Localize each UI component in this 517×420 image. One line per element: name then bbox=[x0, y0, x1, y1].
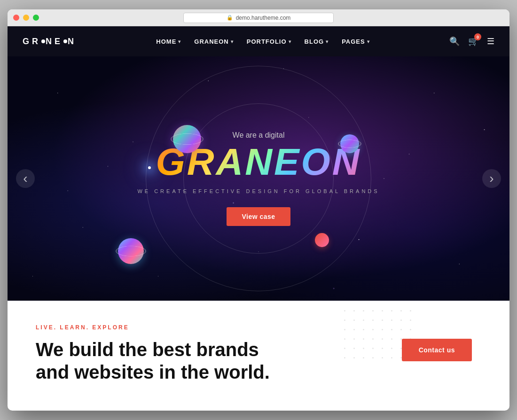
chevron-down-icon: ▾ bbox=[178, 39, 181, 44]
dot-grid-dot bbox=[363, 329, 364, 330]
planet-bottom-left bbox=[118, 238, 144, 264]
chevron-down-icon: ▾ bbox=[289, 39, 291, 44]
dot-grid-dot bbox=[363, 338, 364, 340]
search-icon[interactable]: 🔍 bbox=[449, 36, 460, 47]
nav-menu: HOME ▾ GRANEON ▾ PORTFOLIO ▾ BLOG ▾ PAGE… bbox=[156, 38, 369, 45]
contact-us-button[interactable]: Contact us bbox=[402, 339, 472, 361]
nav-item-blog[interactable]: BLOG ▾ bbox=[305, 38, 329, 45]
nav-item-graneon[interactable]: GRANEON ▾ bbox=[194, 38, 233, 45]
dot-grid-dot bbox=[363, 310, 364, 311]
dot-grid-dot bbox=[410, 319, 411, 321]
dot-grid-dot bbox=[372, 357, 374, 358]
minimize-button[interactable] bbox=[23, 15, 29, 21]
dot-grid-dot bbox=[344, 310, 345, 311]
planet-top-left bbox=[173, 125, 201, 153]
planet-bottom-right bbox=[315, 233, 329, 247]
dot-grid-dot bbox=[372, 338, 374, 340]
slider-prev-button[interactable]: ‹ bbox=[16, 169, 35, 188]
navbar: GRNEN HOME ▾ GRANEON ▾ PORTFOLIO ▾ BLOG … bbox=[8, 26, 509, 56]
dot-grid-dot bbox=[382, 319, 383, 321]
dot-grid-dot bbox=[391, 348, 392, 349]
cart-badge: 0 bbox=[474, 33, 481, 40]
chevron-down-icon: ▾ bbox=[367, 39, 370, 44]
dot-grid-dot bbox=[363, 357, 364, 358]
dot-grid-dot bbox=[391, 329, 392, 330]
dot-grid-dot bbox=[353, 329, 355, 330]
nav-icons: 🔍 🛒 0 ☰ bbox=[449, 36, 494, 47]
chevron-down-icon: ▾ bbox=[231, 39, 234, 44]
dot-grid-dot bbox=[353, 310, 355, 311]
mac-window-buttons bbox=[13, 15, 39, 21]
site-logo[interactable]: GRNEN bbox=[23, 37, 77, 47]
dot-grid-dot bbox=[382, 348, 383, 349]
dot-grid-dot bbox=[400, 310, 402, 311]
address-bar[interactable]: 🔒 demo.harutheme.com bbox=[183, 13, 334, 23]
lock-icon: 🔒 bbox=[227, 15, 233, 21]
dot-grid-dot bbox=[400, 329, 402, 330]
hero-section: ‹ › We are a digital GRANEON WE CREATE E… bbox=[8, 56, 509, 301]
dot-grid-dot bbox=[344, 338, 345, 340]
dot-grid-dot bbox=[400, 319, 402, 321]
dot-grid-dot bbox=[391, 357, 392, 358]
mac-titlebar: 🔒 demo.harutheme.com bbox=[8, 9, 509, 26]
cart-icon[interactable]: 🛒 0 bbox=[468, 36, 478, 47]
dot-grid-dot bbox=[382, 310, 383, 311]
nav-item-home[interactable]: HOME ▾ bbox=[156, 38, 181, 45]
dot-grid-dot bbox=[353, 357, 355, 358]
slider-next-button[interactable]: › bbox=[482, 169, 501, 188]
dot-grid-dot bbox=[372, 329, 374, 330]
dot-grid-dot bbox=[410, 310, 411, 311]
menu-icon[interactable]: ☰ bbox=[487, 36, 494, 47]
dot-grid-dot bbox=[382, 329, 383, 330]
hero-cta-button[interactable]: View case bbox=[227, 207, 290, 226]
dot-grid-dot bbox=[391, 338, 392, 340]
nav-item-pages[interactable]: PAGES ▾ bbox=[342, 38, 370, 45]
below-fold-section: LIVE. LEARN. EXPLORE We build the best b… bbox=[8, 301, 509, 399]
dot-grid-dot bbox=[353, 348, 355, 349]
section-headline: We build the best brands and websites in… bbox=[36, 338, 271, 383]
maximize-button[interactable] bbox=[33, 15, 39, 21]
dot-grid-dot bbox=[391, 319, 392, 321]
logo-dot-2 bbox=[63, 39, 67, 43]
dot-grid-dot bbox=[382, 338, 383, 340]
dot-grid-dot bbox=[372, 310, 374, 311]
chevron-down-icon: ▾ bbox=[326, 39, 329, 44]
hero-tagline: WE CREATE EFFECTIVE DESIGN FOR GLOBAL BR… bbox=[137, 188, 379, 194]
nav-item-portfolio[interactable]: PORTFOLIO ▾ bbox=[247, 38, 291, 45]
close-button[interactable] bbox=[13, 15, 19, 21]
dot-grid-dot bbox=[363, 319, 364, 321]
dot-grid-dot bbox=[382, 357, 383, 358]
dot-grid-dot bbox=[344, 357, 345, 358]
dot-grid-dot bbox=[410, 329, 411, 330]
dot-grid-dot bbox=[344, 319, 345, 321]
dot-grid-dot bbox=[353, 319, 355, 321]
logo-dot bbox=[41, 39, 45, 43]
dot-grid-dot bbox=[372, 348, 374, 349]
planet-top-right bbox=[340, 134, 359, 153]
dot-grid-dot bbox=[391, 310, 392, 311]
mac-window: 🔒 demo.harutheme.com GRNEN HOME ▾ GRANEO… bbox=[8, 9, 509, 411]
dot-grid-dot bbox=[372, 319, 374, 321]
website-content: GRNEN HOME ▾ GRANEON ▾ PORTFOLIO ▾ BLOG … bbox=[8, 26, 509, 411]
dot-grid-dot bbox=[344, 329, 345, 330]
dot-grid-dot bbox=[353, 338, 355, 340]
dot-grid-dot bbox=[363, 348, 364, 349]
dot-grid-dot bbox=[344, 348, 345, 349]
url-text: demo.harutheme.com bbox=[236, 15, 291, 21]
